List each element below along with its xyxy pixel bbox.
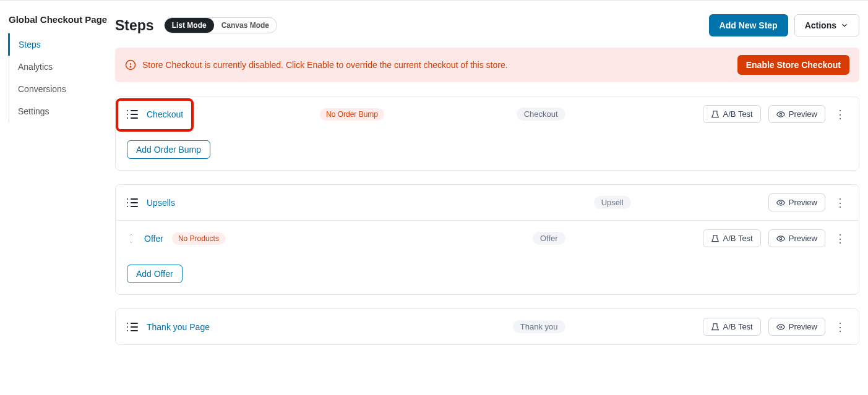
page-title: Steps	[115, 17, 154, 34]
eye-icon	[776, 234, 785, 243]
chevron-down-icon	[840, 21, 849, 30]
step-list-icon	[127, 110, 138, 119]
svg-point-7	[780, 237, 782, 240]
svg-point-5	[780, 202, 782, 204]
upsells-step-link[interactable]: Upsells	[147, 198, 175, 208]
button-label: Preview	[789, 234, 817, 243]
offer-step-link[interactable]: Offer	[144, 234, 163, 244]
store-checkout-alert: Store Checkout is currently disabled. Cl…	[115, 48, 859, 82]
preview-button[interactable]: Preview	[768, 229, 825, 247]
ab-test-button[interactable]: A/B Test	[703, 318, 761, 336]
button-label: A/B Test	[723, 109, 753, 119]
chevron-up-icon	[127, 232, 135, 237]
svg-point-4	[780, 113, 782, 116]
info-icon	[125, 59, 136, 70]
list-mode-button[interactable]: List Mode	[165, 18, 214, 33]
alert-message: Store Checkout is currently disabled. Cl…	[142, 60, 508, 70]
sidebar-item-conversions[interactable]: Conversions	[9, 78, 115, 100]
button-label: A/B Test	[723, 322, 753, 331]
ab-test-button[interactable]: A/B Test	[703, 105, 761, 123]
button-label: Preview	[789, 322, 817, 331]
actions-dropdown-button[interactable]: Actions	[794, 14, 859, 36]
chevron-down-icon	[127, 240, 135, 245]
sidebar-item-label: Steps	[19, 40, 41, 49]
thankyou-step-link[interactable]: Thank you Page	[147, 322, 210, 332]
checkout-step-link[interactable]: Checkout	[147, 109, 183, 119]
button-label: A/B Test	[723, 234, 753, 243]
enable-store-checkout-button[interactable]: Enable Store Checkout	[737, 55, 849, 75]
preview-button[interactable]: Preview	[768, 193, 825, 211]
sidebar: Global Checkout Page Steps Analytics Con…	[0, 1, 115, 395]
no-products-badge: No Products	[172, 232, 225, 245]
eye-icon	[776, 110, 785, 119]
kebab-menu-icon[interactable]: ⋮	[833, 233, 848, 244]
add-order-bump-button[interactable]: Add Order Bump	[127, 140, 210, 159]
kebab-menu-icon[interactable]: ⋮	[833, 321, 848, 333]
canvas-mode-button[interactable]: Canvas Mode	[214, 18, 277, 33]
button-label: Preview	[789, 109, 817, 119]
reorder-handle[interactable]	[127, 232, 135, 245]
preview-button[interactable]: Preview	[768, 318, 825, 336]
ab-test-icon	[711, 110, 720, 119]
sidebar-title: Global Checkout Page	[0, 14, 115, 33]
checkout-step-card: Checkout No Order Bump Checkout A/B Test…	[115, 96, 859, 171]
add-new-step-button[interactable]: Add New Step	[709, 14, 788, 36]
upsells-step-card: Upsells Upsell Preview ⋮	[115, 184, 859, 295]
page-header: Steps List Mode Canvas Mode Add New Step…	[115, 14, 859, 36]
thankyou-step-card: Thank you Page Thank you A/B Test Previe…	[115, 308, 859, 345]
step-type-tag: Offer	[533, 232, 565, 245]
add-offer-button[interactable]: Add Offer	[127, 265, 183, 283]
svg-point-9	[780, 326, 782, 328]
kebab-menu-icon[interactable]: ⋮	[833, 109, 848, 120]
step-list-icon	[127, 198, 138, 207]
no-order-bump-badge: No Order Bump	[320, 108, 384, 121]
sidebar-item-settings[interactable]: Settings	[9, 100, 115, 122]
ab-test-icon	[711, 234, 720, 243]
step-type-tag: Thank you	[513, 320, 565, 333]
preview-button[interactable]: Preview	[768, 105, 825, 123]
sidebar-item-steps[interactable]: Steps	[8, 33, 115, 56]
ab-test-button[interactable]: A/B Test	[703, 229, 761, 247]
step-type-tag: Upsell	[594, 196, 631, 209]
step-type-tag: Checkout	[517, 108, 565, 121]
ab-test-icon	[711, 323, 720, 331]
sidebar-item-analytics[interactable]: Analytics	[9, 56, 115, 78]
eye-icon	[776, 198, 785, 207]
svg-point-2	[130, 66, 131, 67]
eye-icon	[776, 323, 785, 331]
sidebar-item-label: Analytics	[18, 62, 53, 72]
step-list-icon	[127, 323, 138, 331]
main-content: Steps List Mode Canvas Mode Add New Step…	[115, 1, 868, 395]
kebab-menu-icon[interactable]: ⋮	[833, 197, 848, 208]
button-label: Preview	[789, 198, 817, 207]
mode-switch: List Mode Canvas Mode	[164, 17, 277, 33]
sidebar-item-label: Settings	[18, 106, 49, 116]
sidebar-nav: Steps Analytics Conversions Settings	[9, 33, 115, 122]
sidebar-item-label: Conversions	[18, 84, 66, 94]
actions-label: Actions	[805, 20, 836, 30]
